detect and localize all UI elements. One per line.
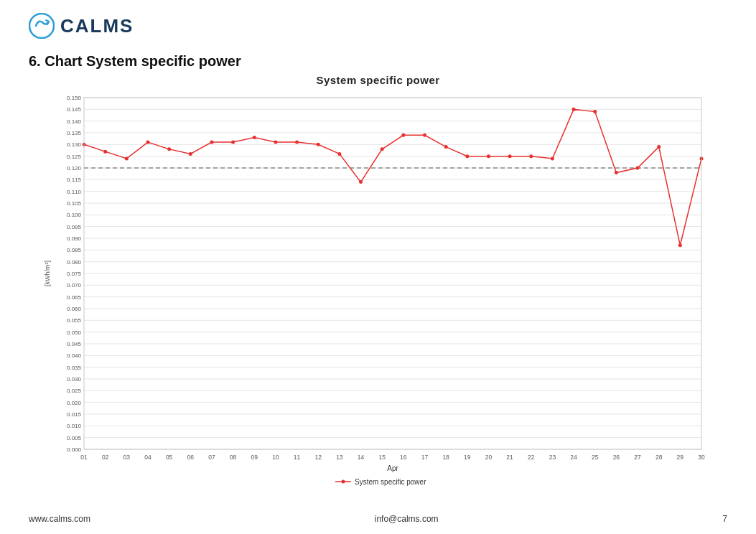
svg-text:0.000: 0.000 <box>66 446 81 453</box>
svg-text:09: 09 <box>251 454 258 461</box>
chart-svg: 0.0000.0050.0100.0150.0200.0250.0300.035… <box>41 90 716 492</box>
svg-text:0.095: 0.095 <box>66 224 81 230</box>
logo-text: CALMS <box>60 15 134 37</box>
svg-text:17: 17 <box>421 454 428 461</box>
svg-point-120 <box>593 110 597 113</box>
svg-point-118 <box>550 156 554 160</box>
svg-point-111 <box>401 134 405 137</box>
svg-text:0.150: 0.150 <box>66 95 81 101</box>
svg-text:24: 24 <box>570 454 577 461</box>
svg-text:28: 28 <box>655 454 662 461</box>
svg-point-102 <box>210 141 213 144</box>
svg-text:0.125: 0.125 <box>66 154 81 160</box>
svg-text:0.055: 0.055 <box>66 317 81 324</box>
svg-text:16: 16 <box>400 454 407 461</box>
footer-center: info@calms.com <box>375 514 439 524</box>
svg-text:04: 04 <box>144 454 151 461</box>
header: CALMS <box>0 0 756 46</box>
svg-point-104 <box>252 136 256 139</box>
svg-text:14: 14 <box>357 454 364 461</box>
svg-text:21: 21 <box>506 454 513 461</box>
svg-text:0.065: 0.065 <box>66 294 81 301</box>
svg-text:13: 13 <box>336 454 343 461</box>
svg-text:12: 12 <box>314 454 322 461</box>
svg-text:0.030: 0.030 <box>66 376 81 383</box>
svg-text:[kWh/m²]: [kWh/m²] <box>44 261 51 286</box>
chart-title: System specific power <box>29 74 727 86</box>
svg-text:22: 22 <box>528 454 535 461</box>
svg-point-116 <box>508 154 511 158</box>
svg-text:07: 07 <box>208 454 215 461</box>
svg-point-97 <box>103 150 107 154</box>
svg-text:0.140: 0.140 <box>66 118 81 125</box>
svg-text:0.020: 0.020 <box>66 400 81 406</box>
svg-text:Apr: Apr <box>387 464 398 472</box>
svg-point-99 <box>146 141 149 144</box>
svg-text:11: 11 <box>293 454 300 461</box>
svg-point-112 <box>422 134 426 137</box>
svg-point-122 <box>635 167 639 170</box>
svg-text:01: 01 <box>80 454 88 461</box>
svg-point-109 <box>359 180 363 184</box>
svg-point-106 <box>295 141 299 144</box>
svg-text:03: 03 <box>123 454 130 461</box>
svg-text:0.015: 0.015 <box>66 411 81 418</box>
svg-text:05: 05 <box>165 454 172 461</box>
svg-text:0.050: 0.050 <box>66 329 81 336</box>
svg-text:0.075: 0.075 <box>66 271 81 277</box>
svg-point-127 <box>341 480 345 484</box>
svg-text:0.100: 0.100 <box>66 212 81 218</box>
svg-point-114 <box>465 154 469 158</box>
svg-text:08: 08 <box>229 454 236 461</box>
svg-point-117 <box>529 154 533 158</box>
svg-text:0.135: 0.135 <box>66 130 81 136</box>
svg-point-121 <box>614 171 617 174</box>
svg-point-107 <box>316 143 319 146</box>
logo: CALMS <box>29 13 134 39</box>
svg-text:0.040: 0.040 <box>66 352 81 359</box>
svg-point-119 <box>571 108 575 111</box>
svg-point-103 <box>231 141 235 144</box>
svg-point-113 <box>444 145 447 149</box>
svg-text:0.060: 0.060 <box>66 306 81 312</box>
svg-text:0.025: 0.025 <box>66 388 81 394</box>
svg-point-108 <box>337 152 341 156</box>
svg-text:29: 29 <box>676 454 683 461</box>
chart-wrapper: System specific power 0.0000.0050.0100.0… <box>0 74 756 492</box>
svg-point-0 <box>29 14 54 38</box>
svg-text:25: 25 <box>591 454 598 461</box>
svg-point-124 <box>678 243 681 247</box>
svg-text:0.110: 0.110 <box>66 189 81 195</box>
svg-text:0.005: 0.005 <box>66 435 81 441</box>
svg-text:15: 15 <box>378 454 386 461</box>
svg-text:0.145: 0.145 <box>66 106 81 113</box>
logo-icon <box>29 13 55 39</box>
svg-text:0.105: 0.105 <box>66 200 81 207</box>
svg-text:0.035: 0.035 <box>66 365 81 371</box>
svg-text:0.115: 0.115 <box>66 177 81 183</box>
chart-container: 0.0000.0050.0100.0150.0200.0250.0300.035… <box>41 90 716 492</box>
svg-text:0.090: 0.090 <box>66 235 81 242</box>
svg-text:02: 02 <box>101 454 108 461</box>
svg-text:30: 30 <box>698 454 705 461</box>
svg-text:06: 06 <box>187 454 194 461</box>
svg-point-101 <box>188 152 192 156</box>
svg-point-105 <box>274 141 277 144</box>
svg-text:0.010: 0.010 <box>66 423 81 429</box>
svg-text:10: 10 <box>272 454 279 461</box>
svg-text:20: 20 <box>485 454 492 461</box>
svg-point-123 <box>657 145 661 149</box>
svg-point-98 <box>124 156 128 160</box>
svg-text:0.070: 0.070 <box>66 282 81 289</box>
svg-text:0.085: 0.085 <box>66 247 81 253</box>
svg-text:0.130: 0.130 <box>66 141 81 148</box>
svg-point-115 <box>486 154 490 158</box>
svg-point-110 <box>380 147 383 151</box>
svg-text:18: 18 <box>442 454 449 461</box>
footer-left: www.calms.com <box>29 514 90 524</box>
svg-text:23: 23 <box>549 454 556 461</box>
svg-text:0.120: 0.120 <box>66 165 81 172</box>
svg-text:0.045: 0.045 <box>66 341 81 347</box>
footer-right: 7 <box>722 514 727 524</box>
svg-text:0.080: 0.080 <box>66 259 81 266</box>
